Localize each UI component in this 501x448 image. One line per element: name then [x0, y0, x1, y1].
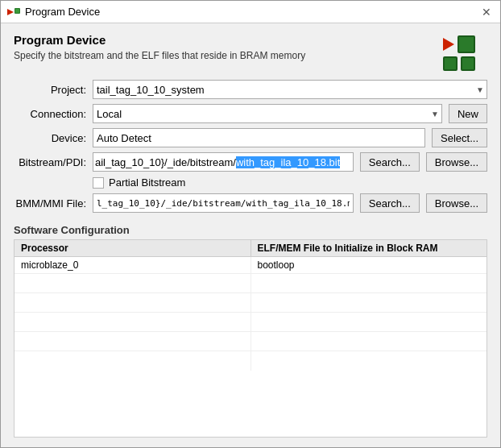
bitstream-row: Bitstream/PDI: ail_tag_10_10}/_ide/bitst… [14, 152, 487, 172]
bitstream-label: Bitstream/PDI: [14, 156, 86, 168]
table-row-empty-5[interactable] [14, 351, 487, 371]
chip-icon-3 [461, 56, 475, 71]
svg-marker-0 [7, 9, 14, 15]
header-icon [431, 33, 487, 73]
header-left: Program Device Specify the bitstream and… [14, 33, 431, 61]
project-label: Project: [14, 84, 86, 96]
program-device-window: Program Device ✕ Program Device Specify … [0, 0, 501, 448]
software-title: Software Configuration [14, 224, 487, 236]
bitstream-text-normal: ail_tag_10_10}/_ide/bitstream/ [95, 156, 236, 168]
app-icon [7, 6, 20, 19]
project-select-wrapper: tail_tag_10_10_system ▼ [93, 80, 487, 99]
bitstream-input-inner: ail_tag_10_10}/_ide/bitstream/with_tag_i… [95, 153, 351, 171]
software-table-body: microblaze_0 bootloop [14, 257, 487, 371]
empty-cell [251, 274, 487, 292]
page-title: Program Device [14, 33, 431, 47]
project-select[interactable]: tail_tag_10_10_system [93, 80, 487, 99]
close-button[interactable]: ✕ [479, 5, 494, 19]
icon-row1 [443, 35, 475, 53]
elf-cell: bootloop [251, 257, 487, 273]
col-elf-header: ELF/MEM File to Initialize in Block RAM [251, 240, 487, 256]
empty-cell [251, 351, 487, 371]
page-subtitle: Specify the bitstream and the ELF files … [14, 50, 431, 61]
empty-cell [14, 313, 251, 331]
empty-cell [14, 293, 251, 312]
connection-select[interactable]: Local [93, 104, 442, 123]
partial-row: Partial Bitstream [93, 176, 487, 189]
device-label: Device: [14, 132, 86, 144]
partial-checkbox[interactable] [93, 177, 104, 189]
table-row-empty-1[interactable] [14, 274, 487, 293]
title-bar-text: Program Device [25, 6, 100, 18]
title-bar: Program Device ✕ [1, 1, 500, 23]
browse2-button[interactable]: Browse... [426, 193, 487, 213]
empty-cell [14, 351, 251, 371]
connection-select-wrapper: Local ▼ [93, 104, 442, 123]
search2-button[interactable]: Search... [360, 193, 420, 213]
table-row-empty-2[interactable] [14, 293, 487, 313]
table-row-empty-3[interactable] [14, 313, 487, 332]
chip-icon-1 [458, 35, 475, 53]
browse-button[interactable]: Browse... [426, 152, 487, 172]
bitstream-text-selected: with_tag_ila_10_18.bit [236, 156, 340, 168]
bmm-row: BMM/MMI File: Search... Browse... [14, 193, 487, 213]
content-area: Program Device Specify the bitstream and… [1, 23, 500, 447]
software-section: Software Configuration Processor ELF/MEM… [14, 224, 487, 438]
col-processor-header: Processor [14, 240, 251, 256]
search-button[interactable]: Search... [360, 152, 420, 172]
device-input[interactable] [93, 128, 425, 147]
empty-cell [251, 332, 487, 351]
header-row: Program Device Specify the bitstream and… [14, 33, 487, 73]
select-button[interactable]: Select... [432, 128, 487, 147]
title-bar-left: Program Device [7, 6, 100, 19]
empty-cell [251, 293, 487, 312]
software-table: Processor ELF/MEM File to Initialize in … [14, 239, 487, 438]
bmm-input[interactable] [93, 193, 354, 213]
bitstream-input[interactable]: ail_tag_10_10}/_ide/bitstream/with_tag_i… [93, 152, 354, 172]
software-table-header: Processor ELF/MEM File to Initialize in … [14, 240, 487, 257]
connection-row: Connection: Local ▼ New [14, 104, 487, 123]
table-row-empty-4[interactable] [14, 332, 487, 351]
icon-row2 [443, 56, 475, 71]
project-row: Project: tail_tag_10_10_system ▼ [14, 80, 487, 99]
device-row: Device: Select... [14, 128, 487, 147]
processor-cell: microblaze_0 [14, 257, 251, 273]
new-button[interactable]: New [449, 104, 487, 123]
svg-rect-2 [15, 9, 19, 13]
bmm-label: BMM/MMI File: [14, 197, 86, 209]
empty-cell [251, 313, 487, 331]
empty-cell [14, 332, 251, 351]
table-row[interactable]: microblaze_0 bootloop [14, 257, 487, 274]
connection-label: Connection: [14, 108, 86, 120]
empty-cell [14, 274, 251, 292]
arrow-icon [443, 38, 454, 51]
chip-icon-2 [443, 56, 458, 71]
partial-label: Partial Bitstream [109, 176, 185, 189]
